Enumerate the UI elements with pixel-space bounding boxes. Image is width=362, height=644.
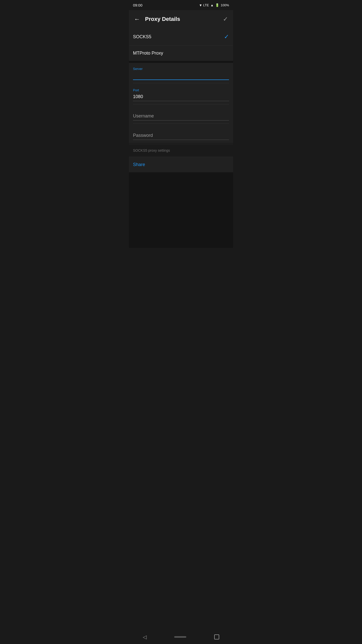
username-underline [133,120,229,120]
confirm-button[interactable]: ✓ [222,15,229,24]
server-label: Server [133,67,229,71]
field-spacer-2 [133,125,229,129]
port-field: Port [133,84,229,104]
server-underline [133,79,229,80]
share-button[interactable]: Share [133,162,145,167]
app-bar: ← Proxy Details ✓ [129,10,233,28]
proxy-option-mtproto-label: MTProto Proxy [133,51,163,56]
username-input[interactable] [133,112,229,120]
socks5-selected-icon: ✓ [224,33,229,40]
proxy-option-socks5[interactable]: SOCKS5 ✓ [129,28,233,46]
share-section: Share [129,157,233,172]
proxy-option-socks5-label: SOCKS5 [133,34,151,39]
battery-icon: 🔋 [215,3,219,7]
form-section: Server Port [129,63,233,143]
status-bar: 09:00 ▾ LTE ▲ 🔋 100% [129,0,233,10]
battery-percent: 100% [221,3,229,7]
section-divider [129,61,233,63]
network-label: LTE [203,3,209,7]
password-field [133,129,229,143]
port-input[interactable] [133,93,229,100]
field-spacer [133,105,229,109]
back-button[interactable]: ← [133,15,141,24]
status-time: 09:00 [133,3,143,7]
server-input[interactable] [133,72,229,79]
username-field [133,109,229,124]
port-label: Port [133,88,229,92]
proxy-option-mtproto[interactable]: MTProto Proxy [129,46,233,61]
empty-space [129,172,233,248]
app-bar-left: ← Proxy Details [133,15,180,24]
status-icons: ▾ LTE ▲ 🔋 100% [200,3,229,8]
footer-info-text: SOCKS5 proxy settings [133,148,170,152]
signal-icon: ▲ [210,3,214,7]
password-underline [133,140,229,140]
server-field: Server [133,63,229,83]
wifi-icon: ▾ [200,3,202,8]
port-underline [133,101,229,101]
page-title: Proxy Details [145,16,180,22]
footer-info: SOCKS5 proxy settings [129,144,233,157]
password-input[interactable] [133,132,229,139]
